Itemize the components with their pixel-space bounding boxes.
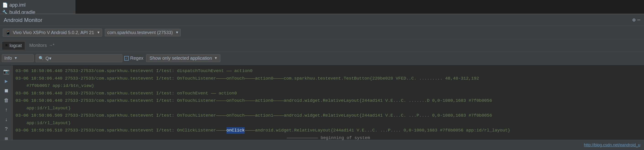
log-line: 03-06 10:50:06.440 27533-27533/com.spark… [13, 67, 644, 75]
side-scroll-up-icon[interactable]: ↑ [1, 106, 12, 114]
app-selector[interactable]: com.sparkhuu.testevent (27533) ▼ [105, 29, 181, 36]
logcat-tab-label: logcat [10, 43, 22, 48]
title-bar: Android Monitor ⚙ — [0, 14, 644, 26]
iml-icon: 📄 [2, 2, 8, 8]
device-selector[interactable]: 📱 Vivo Vivo X5Pro V Android 5.0.2, API 2… [3, 29, 102, 37]
panel-title: Android Monitor [4, 17, 42, 23]
search-display: Q▾ [46, 56, 59, 61]
level-dropdown-arrow: ▼ [14, 56, 17, 60]
app-label: com.sparkhuu.testevent (27533) [107, 30, 173, 35]
log-message-4: 03-06 10:50:06.440 27533-27533/com.spark… [16, 90, 237, 97]
log-message-8: app:id/rl_layout} [26, 120, 71, 126]
device-icon: 📱 [5, 30, 11, 36]
log-onclick-highlight: onClick [226, 127, 245, 134]
device-toolbar: 📱 Vivo Vivo X5Pro V Android 5.0.2, API 2… [0, 26, 644, 39]
checkbox-icon: ✓ [124, 56, 129, 61]
log-line: 03-06 10:50:06.440 27533-27533/com.spark… [13, 75, 644, 82]
log-line: app:id/rl_layout} [13, 119, 644, 127]
logcat-tab-icon: ≡ [5, 43, 8, 48]
side-trash-icon[interactable]: 🗑 [1, 96, 12, 105]
side-panel: 📷 ▶ ⏹ 🗑 ↑ ↓ ? ⊞ ⚙ ↻ [0, 65, 13, 150]
search-icon: 🔍 [38, 56, 44, 61]
log-level-selector[interactable]: Info ▼ [2, 54, 34, 62]
log-content: 03-06 10:50:06.440 27533-27533/com.spark… [13, 65, 644, 150]
log-message-9-prefix: 03-06 10:50:06.510 27533-27533/com.spark… [16, 127, 226, 134]
log-message-1: 03-06 10:50:06.440 27533-27533/com.spark… [16, 68, 252, 74]
log-message-9-suffix: ————android.widget.RelativeLayout{244ad1… [244, 127, 510, 134]
log-line: app:id/rl_layout} [13, 104, 644, 112]
log-line: 03-06 10:50:06.440 27533-27533/com.spark… [13, 90, 644, 97]
title-actions: ⚙ — [632, 17, 640, 23]
tab-bar: ≡ logcat Monitors →* [0, 39, 644, 52]
minimize-icon[interactable]: — [638, 17, 640, 23]
log-message-6: app:id/rl_layout} [26, 105, 71, 112]
log-message-7: 03-06 10:50:06.509 27533-27533/com.spark… [16, 112, 492, 119]
log-line-onclick: 03-06 10:50:06.510 27533-27533/com.spark… [13, 127, 644, 134]
log-message-2: 03-06 10:50:06.440 27533-27533/com.spark… [16, 75, 479, 82]
side-play-icon[interactable]: ▶ [1, 77, 12, 86]
side-stop-icon[interactable]: ⏹ [1, 86, 12, 95]
tab-logcat[interactable]: ≡ logcat [2, 41, 25, 50]
file-name-iml: app.iml [9, 2, 26, 8]
settings-icon[interactable]: ⚙ [632, 17, 636, 23]
log-line: 03-06 10:50:06.440 27533-27533/com.spark… [13, 97, 644, 104]
device-label: Vivo Vivo X5Pro V Android 5.0.2, API 21 [13, 30, 94, 35]
log-line: 03-06 10:50:06.509 27533-27533/com.spark… [13, 112, 644, 119]
regex-checkbox[interactable]: ✓ Regex [124, 56, 144, 61]
log-message-3: #7f0b0057 app:id/btn_view} [26, 83, 94, 89]
top-dark-area [75, 0, 644, 14]
filter-bar: Info ▼ 🔍 Q▾ ✓ Regex Show only selected a… [0, 52, 644, 65]
regex-label: Regex [130, 56, 144, 61]
status-bar: http://blog.csdn.net/eandroid_u [0, 140, 644, 150]
search-box[interactable]: 🔍 Q▾ [36, 54, 122, 62]
status-url[interactable]: http://blog.csdn.net/eandroid_u [584, 143, 640, 147]
android-monitor-panel: Android Monitor ⚙ — 📱 Vivo Vivo X5Pro V … [0, 14, 644, 150]
monitors-tab-arrow: →* [49, 43, 54, 48]
log-line: #7f0b0057 app:id/btn_view} [13, 82, 644, 90]
monitors-tab-label: Monitors [29, 43, 47, 48]
show-only-label: Show only selected application [150, 56, 212, 61]
file-item-iml[interactable]: 📄 app.iml [2, 1, 73, 9]
app-dropdown-arrow: ▼ [176, 31, 178, 35]
log-level-label: Info [4, 56, 12, 61]
device-dropdown-arrow: ▼ [97, 31, 100, 35]
side-info-icon[interactable]: ? [1, 125, 12, 133]
side-scroll-down-icon[interactable]: ↓ [1, 115, 12, 124]
checkmark: ✓ [126, 56, 128, 60]
log-message-5: 03-06 10:50:06.440 27533-27533/com.spark… [16, 97, 492, 104]
tab-monitors[interactable]: Monitors →* [26, 41, 58, 49]
show-only-dropdown-arrow: ▼ [215, 56, 217, 60]
show-only-selected-button[interactable]: Show only selected application ▼ [146, 54, 220, 62]
side-camera-icon[interactable]: 📷 [1, 67, 12, 76]
